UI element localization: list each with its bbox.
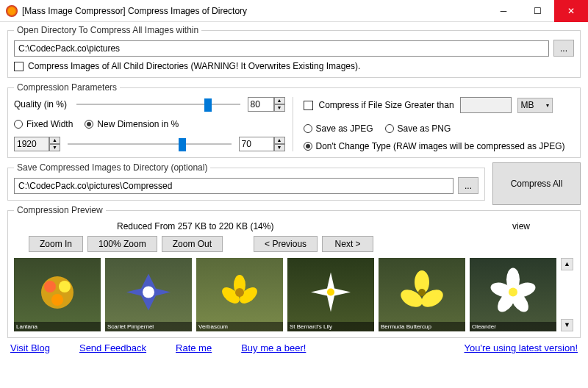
window-title: [Mass Image Compressor] Compress Images … bbox=[22, 6, 487, 16]
child-dirs-label: Compress Images of All Child Directories… bbox=[28, 61, 360, 71]
fixed-width-input[interactable] bbox=[14, 137, 49, 151]
save-legend: Save Compressed Images to Directory (opt… bbox=[14, 162, 210, 173]
scroll-down-icon: ▼ bbox=[561, 319, 573, 331]
footer-links: Visit Blog Send Feedback Rate me Buy me … bbox=[7, 342, 581, 353]
compression-params-group: Compression Parameters Quality (in %) ▲▼… bbox=[7, 82, 581, 158]
quality-spin-down[interactable]: ▼ bbox=[274, 104, 285, 112]
preview-legend: Compression Preview bbox=[14, 205, 106, 215]
save-png-label: Save as PNG bbox=[398, 123, 451, 134]
svg-point-13 bbox=[418, 289, 426, 296]
width-spin-up[interactable]: ▲ bbox=[49, 137, 60, 144]
dont-change-radio[interactable] bbox=[304, 142, 312, 151]
close-button[interactable]: ✕ bbox=[554, 0, 588, 22]
maximize-button[interactable]: ☐ bbox=[520, 0, 554, 22]
dimension-value-input[interactable] bbox=[239, 137, 274, 151]
open-directory-legend: Open Directory To Compress All Images wi… bbox=[14, 25, 201, 35]
buy-beer-link[interactable]: Buy me a beer! bbox=[241, 342, 306, 353]
next-button[interactable]: Next > bbox=[322, 236, 373, 252]
fixed-width-label: Fixed Width bbox=[26, 119, 73, 129]
visit-blog-link[interactable]: Visit Blog bbox=[10, 342, 50, 353]
preview-group: Compression Preview Reduced From 257 KB … bbox=[7, 205, 581, 338]
quality-label: Quality (in %) bbox=[14, 99, 69, 109]
thumbnail[interactable]: Bermuda Buttercup bbox=[379, 258, 465, 331]
svg-point-9 bbox=[327, 289, 334, 296]
new-dimension-label: New Dimension in % bbox=[97, 119, 179, 129]
thumbnail-scrollbar[interactable]: ▲▼ bbox=[561, 258, 573, 331]
thumbnail[interactable]: Verbascum bbox=[196, 258, 283, 331]
view-label: view bbox=[512, 221, 530, 231]
titlebar: [Mass Image Compressor] Compress Images … bbox=[0, 0, 588, 22]
compress-if-checkbox[interactable] bbox=[304, 101, 313, 110]
rate-me-link[interactable]: Rate me bbox=[176, 342, 212, 353]
reduction-text: Reduced From 257 KB to 220 KB (14%) bbox=[117, 221, 273, 231]
dim-spin-down[interactable]: ▼ bbox=[274, 144, 285, 151]
dont-change-label: Don't Change Type (RAW images will be co… bbox=[316, 141, 565, 151]
save-jpeg-label: Save as JPEG bbox=[316, 123, 373, 134]
svg-point-8 bbox=[235, 288, 244, 297]
thumbnail[interactable]: St Bernard's Lily bbox=[287, 258, 374, 331]
size-threshold-input[interactable] bbox=[460, 97, 512, 113]
version-link[interactable]: You're using latest version! bbox=[465, 342, 578, 353]
quality-value-input[interactable] bbox=[248, 97, 274, 112]
size-unit-select[interactable]: MB▾ bbox=[517, 98, 553, 113]
zoom-100-button[interactable]: 100% Zoom bbox=[87, 236, 157, 252]
compress-if-label: Compress if File Size Greater than bbox=[319, 100, 454, 110]
quality-slider[interactable] bbox=[76, 97, 240, 112]
thumbnail[interactable]: Scarlet Pimpernel bbox=[105, 258, 192, 331]
save-jpeg-radio[interactable] bbox=[304, 124, 312, 133]
svg-point-1 bbox=[44, 281, 56, 292]
fixed-width-radio[interactable] bbox=[14, 120, 23, 129]
svg-point-2 bbox=[59, 281, 71, 292]
zoom-in-button[interactable]: Zoom In bbox=[29, 236, 83, 252]
params-legend: Compression Parameters bbox=[14, 82, 120, 93]
send-feedback-link[interactable]: Send Feedback bbox=[79, 342, 146, 353]
dimension-slider[interactable] bbox=[68, 137, 232, 151]
new-dimension-radio[interactable] bbox=[85, 120, 93, 129]
svg-point-3 bbox=[51, 294, 63, 306]
width-spin-down[interactable]: ▼ bbox=[49, 144, 60, 151]
dest-path-input[interactable] bbox=[14, 178, 453, 194]
thumbnail[interactable]: Oleander bbox=[470, 258, 556, 331]
source-path-input[interactable] bbox=[14, 40, 549, 57]
thumbnail[interactable]: Lantana bbox=[14, 258, 101, 331]
svg-point-4 bbox=[143, 287, 154, 298]
browse-source-button[interactable]: ... bbox=[553, 40, 574, 57]
quality-spin-up[interactable]: ▲ bbox=[274, 97, 285, 104]
app-icon bbox=[6, 5, 18, 17]
save-png-radio[interactable] bbox=[385, 124, 394, 133]
minimize-button[interactable]: ─ bbox=[487, 0, 520, 22]
dim-spin-up[interactable]: ▲ bbox=[274, 137, 285, 144]
scroll-up-icon: ▲ bbox=[561, 258, 573, 270]
open-directory-group: Open Directory To Compress All Images wi… bbox=[7, 25, 581, 78]
compress-all-button[interactable]: Compress All bbox=[492, 162, 581, 205]
zoom-out-button[interactable]: Zoom Out bbox=[162, 236, 223, 252]
child-dirs-checkbox[interactable] bbox=[14, 62, 24, 71]
save-directory-group: Save Compressed Images to Directory (opt… bbox=[7, 162, 485, 201]
svg-point-19 bbox=[509, 288, 517, 297]
browse-dest-button[interactable]: ... bbox=[458, 177, 478, 194]
previous-button[interactable]: < Previous bbox=[254, 236, 318, 252]
